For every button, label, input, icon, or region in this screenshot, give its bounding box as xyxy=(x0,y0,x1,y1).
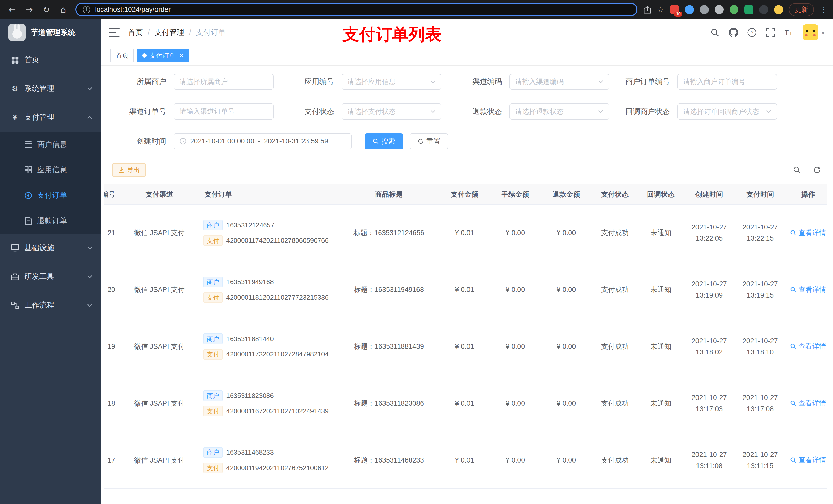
cell-channel xyxy=(120,489,199,504)
extension-icon-smiley[interactable] xyxy=(774,5,783,14)
sidebar-item-refund-order[interactable]: 退款订单 xyxy=(0,208,101,234)
tab-pay-order[interactable]: 支付订单 × xyxy=(137,49,189,63)
extension-icon-pin[interactable] xyxy=(759,5,768,14)
pay-tag: 支付 xyxy=(204,462,222,473)
sidebar-item-label: 基础设施 xyxy=(24,243,87,253)
pay-order-no: 4200001174202110278060590766 xyxy=(226,237,329,244)
pay-status-select[interactable]: 请选择支付状态 xyxy=(342,103,442,119)
start-date[interactable]: 2021-10-01 00:00:00 xyxy=(190,137,254,145)
sidebar-item-merchant-info[interactable]: 商户信息 xyxy=(0,131,101,157)
view-detail-link[interactable]: 查看详情 xyxy=(790,342,826,351)
forward-icon[interactable]: → xyxy=(22,3,36,16)
col-pay-time: 支付时间 xyxy=(735,184,786,205)
font-size-icon[interactable]: TT xyxy=(784,27,794,38)
search-button[interactable]: 搜索 xyxy=(364,134,403,149)
channel-code-select[interactable]: 请输入渠道编码 xyxy=(509,74,610,90)
help-icon[interactable]: ? xyxy=(747,27,757,38)
col-title: 商品标题 xyxy=(338,184,439,205)
create-time-range-picker[interactable]: 2021-10-01 00:00:00 - 2021-10-31 23:59:5… xyxy=(174,134,352,149)
refund-status-select[interactable]: 请选择退款状态 xyxy=(509,103,610,119)
browser-toolbar: ← → ↻ ⌂ i localhost:1024/pay/order ☆ 10 … xyxy=(0,0,833,19)
extension-icon-green-check[interactable] xyxy=(730,5,738,14)
reset-button[interactable]: 重置 xyxy=(410,134,448,149)
cell-title: 标题：1635312124656 xyxy=(338,205,439,261)
refresh-table-icon[interactable] xyxy=(812,165,822,175)
back-icon[interactable]: ← xyxy=(5,3,19,16)
sidebar-item-pay-order[interactable]: 支付订单 xyxy=(0,183,101,208)
view-detail-link[interactable]: 查看详情 xyxy=(790,228,826,237)
cell-pay-time: 2021-10-2713:11:15 xyxy=(735,432,786,489)
sidebar-item-infra[interactable]: 基础设施 xyxy=(0,234,101,262)
cell-refund-amount: ¥ 0.00 xyxy=(541,318,592,375)
select-placeholder: 请选择应用信息 xyxy=(347,77,396,86)
cell-actions: 查看详情 xyxy=(786,432,827,489)
export-button-label: 导出 xyxy=(127,166,140,174)
reload-icon[interactable]: ↻ xyxy=(39,3,53,16)
tab-home[interactable]: 首页 xyxy=(111,49,134,63)
share-icon[interactable] xyxy=(644,6,651,14)
cell-refund-amount: ¥ 0.00 xyxy=(541,261,592,318)
sidebar-toggle-icon[interactable] xyxy=(109,28,119,37)
merchant-tag: 商户 xyxy=(204,333,222,344)
sidebar-item-system[interactable]: ⚙ 系统管理 xyxy=(0,74,101,103)
browser-update-button[interactable]: 更新 xyxy=(789,3,814,16)
view-detail-link[interactable]: 查看详情 xyxy=(790,285,826,294)
sidebar-item-home[interactable]: 首页 xyxy=(0,46,101,74)
view-detail-link[interactable]: 查看详情 xyxy=(790,399,826,408)
extension-icon-lightgray[interactable] xyxy=(715,5,723,14)
extension-badge: 10 xyxy=(674,11,682,17)
breadcrumb-separator: / xyxy=(147,28,149,37)
orders-table-container[interactable]: 编号 支付渠道 支付订单 商品标题 支付金额 手续金额 退款金额 支付状态 回调… xyxy=(104,184,827,504)
avatar xyxy=(803,24,818,40)
sidebar-item-workflow[interactable]: 工作流程 xyxy=(0,291,101,320)
app-id-label: 应用编号 xyxy=(280,77,342,87)
address-bar[interactable]: i localhost:1024/pay/order xyxy=(75,3,637,16)
target-icon xyxy=(24,192,32,199)
extension-icon-green-square[interactable] xyxy=(744,5,753,14)
col-channel: 支付渠道 xyxy=(120,184,199,205)
pay-status-label: 支付状态 xyxy=(280,106,342,117)
merchant-order-no-input[interactable] xyxy=(677,74,777,90)
extension-icon-gray[interactable] xyxy=(700,5,709,14)
browser-menu-icon[interactable]: ⋮ xyxy=(820,5,828,14)
bookmark-star-icon[interactable]: ☆ xyxy=(657,5,664,14)
fullscreen-icon[interactable] xyxy=(765,27,776,38)
channel-order-no-input[interactable] xyxy=(174,103,273,119)
top-navbar: 首页 / 支付管理 / 支付订单 支付订单列表 ? xyxy=(101,19,833,46)
select-placeholder: 请选择支付状态 xyxy=(347,107,396,116)
pay-tag: 支付 xyxy=(204,406,222,416)
col-pay-status: 支付状态 xyxy=(592,184,638,205)
cell-pay-amount: ¥ 0.01 xyxy=(439,261,490,318)
extension-icon-blue[interactable] xyxy=(685,5,694,14)
toggle-search-icon[interactable] xyxy=(791,165,802,175)
github-icon[interactable] xyxy=(728,27,738,38)
sidebar-item-label: 支付管理 xyxy=(24,112,87,122)
callback-status-select[interactable]: 请选择订单回调商户状态 xyxy=(677,103,777,119)
breadcrumb-pay[interactable]: 支付管理 xyxy=(154,27,184,38)
site-info-icon[interactable]: i xyxy=(83,6,90,13)
cell-channel: 微信 JSAPI 支付 xyxy=(120,318,199,375)
merchant-order-no: 1635311949168 xyxy=(226,279,273,286)
merchant-input[interactable] xyxy=(174,74,273,90)
select-placeholder: 请输入渠道编码 xyxy=(515,77,564,86)
view-detail-link[interactable]: 查看详情 xyxy=(790,455,826,464)
cell-id: 21 xyxy=(104,205,119,261)
sidebar-item-dev-tools[interactable]: 研发工具 xyxy=(0,262,101,291)
chevron-down-icon xyxy=(87,304,93,307)
breadcrumb-home[interactable]: 首页 xyxy=(128,27,143,38)
cell-notify-status: 未通知 xyxy=(638,318,684,375)
url-text[interactable]: localhost:1024/pay/order xyxy=(95,6,171,14)
search-icon[interactable] xyxy=(710,27,720,38)
export-button[interactable]: 导出 xyxy=(112,163,146,177)
home-icon[interactable]: ⌂ xyxy=(56,3,70,16)
pay-order-no: 4200001194202110276752100612 xyxy=(226,464,329,472)
sidebar-item-app-info[interactable]: 应用信息 xyxy=(0,157,101,183)
end-date[interactable]: 2021-10-31 23:59:59 xyxy=(264,137,328,145)
app-id-select[interactable]: 请选择应用信息 xyxy=(342,74,442,90)
extension-icon-red[interactable]: 10 xyxy=(670,5,679,14)
cell-pay-order: 商户1635311823086 支付4200001167202110271022… xyxy=(199,375,338,432)
gear-icon: ⚙ xyxy=(10,85,19,93)
sidebar-item-pay[interactable]: ¥ 支付管理 xyxy=(0,103,101,131)
close-icon[interactable]: × xyxy=(180,52,184,59)
user-menu[interactable]: ▾ xyxy=(803,24,825,40)
